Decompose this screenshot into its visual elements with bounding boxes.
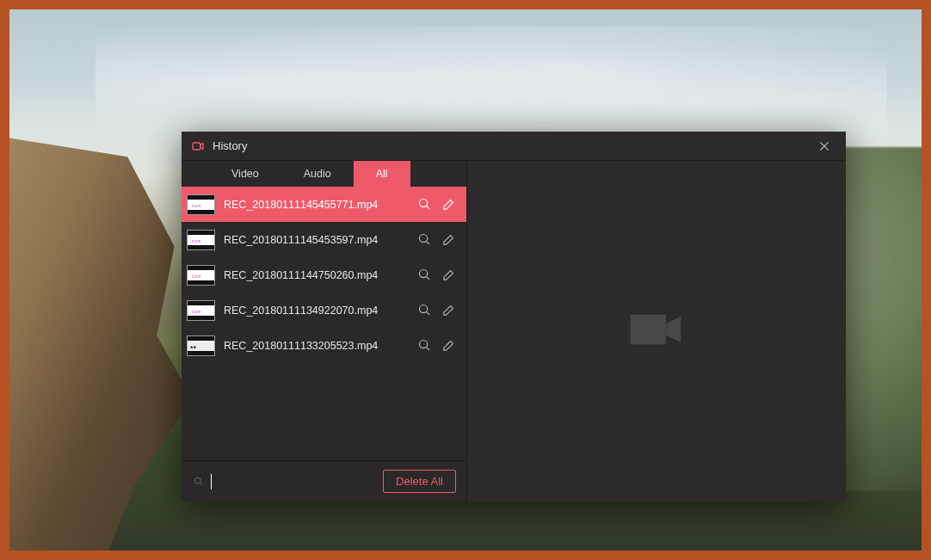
svg-point-5 <box>419 340 427 348</box>
svg-point-4 <box>419 305 427 312</box>
preview-button[interactable] <box>416 197 432 212</box>
search-input[interactable] <box>211 474 378 489</box>
close-button[interactable] <box>811 133 837 159</box>
tab-all[interactable]: All <box>354 161 410 187</box>
filename-label: REC_20180111133205523.mp4 <box>224 340 408 352</box>
edit-button[interactable] <box>441 303 456 318</box>
filename-label: REC_20180111134922070.mp4 <box>224 305 408 317</box>
left-pane: Video Audio All .com REC_201801111454557… <box>182 161 467 502</box>
magnifier-icon <box>417 232 432 247</box>
svg-point-6 <box>194 477 200 483</box>
titlebar[interactable]: History <box>182 132 846 161</box>
file-list: .com REC_20180111145455771.mp4 .c <box>182 187 466 460</box>
filename-label: REC_20180111145453597.mp4 <box>224 234 408 246</box>
delete-all-button[interactable]: Delete All <box>383 470 456 493</box>
window-title: History <box>213 139 247 152</box>
svg-point-2 <box>419 234 427 242</box>
list-item[interactable]: .com REC_20180111145455771.mp4 <box>182 187 466 222</box>
svg-rect-0 <box>193 143 200 150</box>
camera-placeholder-icon <box>626 307 687 355</box>
preview-button[interactable] <box>416 303 432 318</box>
edit-icon <box>441 303 456 317</box>
edit-icon <box>441 197 456 212</box>
svg-rect-7 <box>631 315 666 345</box>
outer-frame: History Video Audio All .com REC_2018011… <box>0 0 931 560</box>
filename-label: REC_20180111144750260.mp4 <box>224 269 408 281</box>
magnifier-icon <box>417 268 432 282</box>
preview-pane <box>467 161 846 502</box>
edit-button[interactable] <box>441 338 456 354</box>
app-record-icon <box>190 138 206 154</box>
edit-button[interactable] <box>441 232 456 248</box>
edit-button[interactable] <box>441 197 456 212</box>
preview-button[interactable] <box>416 268 432 283</box>
history-dialog: History Video Audio All .com REC_2018011… <box>182 132 846 502</box>
footer-row: Delete All <box>182 460 466 502</box>
video-thumbnail: .com <box>187 230 215 250</box>
video-thumbnail: .com <box>187 300 215 321</box>
edit-icon <box>441 338 456 353</box>
edit-button[interactable] <box>441 268 456 283</box>
list-item[interactable]: .com REC_20180111134922070.mp4 <box>182 292 466 328</box>
magnifier-icon <box>417 338 432 353</box>
edit-icon <box>441 268 456 282</box>
filename-label: REC_20180111145455771.mp4 <box>224 199 408 211</box>
magnifier-icon <box>417 303 432 317</box>
list-item[interactable]: .com REC_20180111144750260.mp4 <box>182 257 466 292</box>
video-thumbnail: .com <box>187 265 215 286</box>
magnifier-icon <box>417 197 432 212</box>
search-icon <box>192 475 206 489</box>
svg-point-3 <box>419 269 427 277</box>
close-icon <box>817 139 831 153</box>
tab-video[interactable]: Video <box>182 161 281 187</box>
edit-icon <box>441 232 456 247</box>
list-item[interactable]: .com REC_20180111145453597.mp4 <box>182 222 466 257</box>
video-thumbnail: ■■ <box>187 335 215 356</box>
preview-button[interactable] <box>416 338 432 354</box>
tabs: Video Audio All <box>182 161 466 187</box>
video-thumbnail: .com <box>187 194 215 215</box>
list-item[interactable]: ■■ REC_20180111133205523.mp4 <box>182 328 466 363</box>
svg-point-1 <box>419 199 427 206</box>
preview-button[interactable] <box>416 232 432 248</box>
tab-audio[interactable]: Audio <box>281 161 354 187</box>
